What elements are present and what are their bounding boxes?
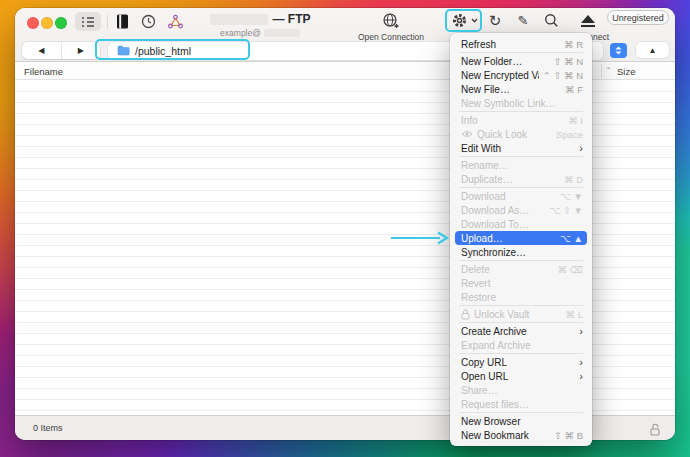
menu-shortcut: Space [556,129,583,140]
menu-item-expand-archive: Expand Archive [450,338,592,352]
unregistered-button[interactable]: Unregistered [607,10,669,25]
menu-item-download-as: Download As…⌥ ⇧ ▼ [450,203,592,217]
menu-item-quick-look: Quick LookSpace [450,127,592,141]
menu-shortcut: ⌘ ⌫ [557,264,583,275]
menu-item-download-to: Download To… [450,217,592,231]
refresh-button[interactable]: ↻ [483,10,507,31]
path-popup-stepper[interactable] [610,43,627,58]
menu-item-new-symbolic-link: New Symbolic Link… [450,96,592,110]
search-button[interactable] [539,10,563,31]
eye-icon [461,130,473,138]
annotation-arrow-upload [388,230,450,246]
annotation-box-path [95,39,250,60]
menu-shortcut: ⌘ I [568,115,583,126]
column-header-filename[interactable]: Filename [24,66,63,77]
window-title-area: — FTP example@ [185,12,335,38]
globe-plus-icon [382,12,400,30]
menu-shortcut: ⌥ ▼ [560,191,583,202]
history-nav-segment: ◀ ▶ [22,42,100,59]
back-icon: ◀ [38,46,44,55]
submenu-chevron-icon: › [579,357,583,367]
window-subtitle-user: example@ [220,28,261,38]
history-button[interactable] [139,13,157,30]
menu-item-upload[interactable]: Upload…⌥ ▲ [455,231,587,245]
menu-item-unlock-vault: Unlock Vault⌘ L [450,307,592,321]
menu-shortcut: ⇧ ⌘ N [553,56,583,67]
menu-shortcut: ⇧ ⌘ B [554,430,583,441]
menu-item-copy-url[interactable]: Copy URL› [450,355,592,369]
menu-item-restore: Restore [450,290,592,304]
go-up-button[interactable]: ▲ [636,42,669,58]
sort-ascending-icon: ˆ [607,66,610,76]
edit-button[interactable]: ✎ [511,10,535,31]
open-connection-label: Open Connection [358,32,424,42]
menu-item-open-url[interactable]: Open URL› [450,369,592,383]
close-window-button[interactable] [27,17,39,29]
menu-item-new-encrypted-vault[interactable]: New Encrypted Vault…⌃ ⇧ ⌘ N [450,68,592,82]
menu-shortcut: ⌘ L [566,309,583,320]
menu-item-edit-with[interactable]: Edit With› [450,141,592,155]
forward-icon: ▶ [78,46,84,55]
menu-item-duplicate: Duplicate…⌘ D [450,172,592,186]
action-menu: Refresh⌘ RNew Folder…⇧ ⌘ NNew Encrypted … [450,33,592,446]
open-connection-button[interactable] [373,11,409,31]
menu-item-rename: Rename… [450,158,592,172]
zoom-window-button[interactable] [55,17,67,29]
up-triangle-icon: ▲ [649,46,657,55]
lock-icon [461,309,470,320]
menu-item-new-browser[interactable]: New Browser [450,414,592,428]
toolbar-divider [107,15,108,29]
clock-icon [141,14,156,29]
insecure-connection-icon[interactable] [650,423,661,436]
pencil-icon: ✎ [518,13,529,28]
search-icon [544,13,559,28]
menu-item-new-file[interactable]: New File…⌘ F [450,82,592,96]
menu-item-create-archive[interactable]: Create Archive› [450,324,592,338]
eject-icon [581,15,595,23]
disconnect-button[interactable] [577,12,599,30]
menu-item-share: Share… [450,383,592,397]
toggle-bookmarks-button[interactable] [75,12,101,31]
stepper-up-icon [615,46,622,50]
menu-shortcut: ⌥ ▲ [560,233,583,244]
menu-shortcut: ⌘ D [564,174,583,185]
annotation-box-gear [445,9,482,32]
column-header-size[interactable]: Size [617,66,635,77]
desktop-wallpaper: — FTP example@ Open Conne [0,0,690,457]
item-count: 0 Items [33,423,63,433]
column-divider[interactable] [601,64,602,78]
submenu-chevron-icon: › [579,143,583,153]
back-button[interactable]: ◀ [22,42,61,59]
bookmarks-button[interactable] [113,13,131,30]
redacted-host-small [264,29,300,37]
menu-item-request-files: Request files… [450,397,592,411]
menu-item-info: Info⌘ I [450,113,592,127]
bonjour-icon [167,14,184,29]
menu-item-delete: Delete⌘ ⌫ [450,262,592,276]
menu-item-download: Download⌥ ▼ [450,189,592,203]
outline-list-icon [81,16,95,28]
menu-shortcut: ⌘ F [565,84,583,95]
submenu-chevron-icon: › [579,371,583,381]
bookmark-book-icon [116,14,129,29]
bonjour-button[interactable] [165,12,185,30]
redacted-hostname [210,14,268,25]
menu-item-revert: Revert [450,276,592,290]
window-title: — FTP [273,12,311,26]
menu-item-new-bookmark[interactable]: New Bookmark⇧ ⌘ B [450,428,592,442]
stepper-down-icon [615,51,622,55]
minimize-window-button[interactable] [41,17,53,29]
menu-item-refresh[interactable]: Refresh⌘ R [450,37,592,51]
menu-shortcut: ⌘ R [564,39,583,50]
refresh-icon: ↻ [489,12,502,30]
menu-item-synchronize[interactable]: Synchronize… [450,245,592,259]
menu-shortcut: ⌃ ⇧ ⌘ N [543,70,583,81]
menu-shortcut: ⌥ ⇧ ▼ [549,205,583,216]
menu-item-new-folder[interactable]: New Folder…⇧ ⌘ N [450,54,592,68]
submenu-chevron-icon: › [579,326,583,336]
